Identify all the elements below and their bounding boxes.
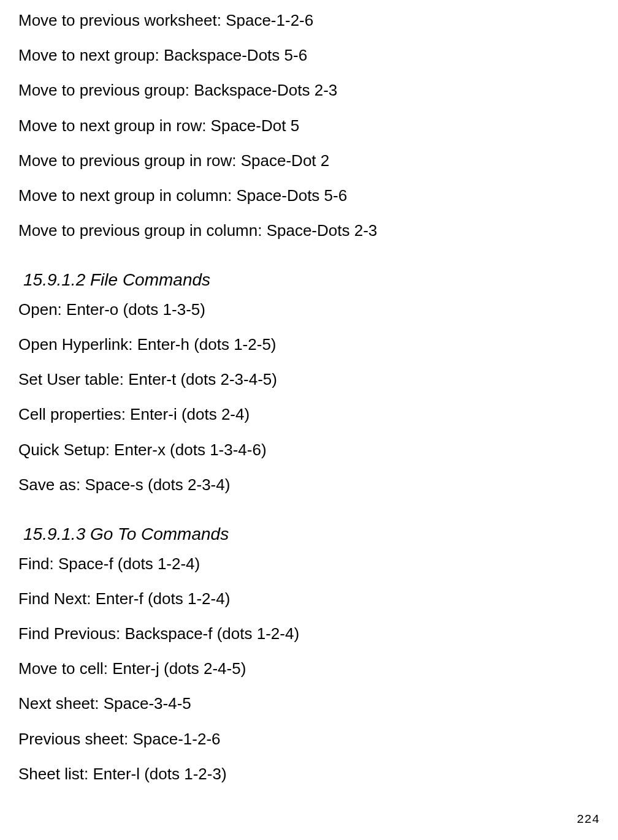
command-line: Find: Space-f (dots 1-2-4) <box>18 554 597 573</box>
command-line: Set User table: Enter-t (dots 2-3-4-5) <box>18 370 597 389</box>
command-line: Sheet list: Enter-l (dots 1-2-3) <box>18 765 597 784</box>
command-line: Move to next group in row: Space-Dot 5 <box>18 116 597 135</box>
command-line: Save as: Space-s (dots 2-3-4) <box>18 475 597 494</box>
command-line: Move to previous group: Backspace-Dots 2… <box>18 81 597 100</box>
command-line: Previous sheet: Space-1-2-6 <box>18 730 597 749</box>
command-line: Move to previous worksheet: Space-1-2-6 <box>18 11 597 30</box>
section-heading-goto-commands: 15.9.1.3 Go To Commands <box>23 524 597 545</box>
section-heading-file-commands: 15.9.1.2 File Commands <box>23 270 597 290</box>
command-line: Move to previous group in column: Space-… <box>18 221 597 240</box>
command-line: Move to cell: Enter-j (dots 2-4-5) <box>18 659 597 678</box>
command-line: Find Previous: Backspace-f (dots 1-2-4) <box>18 624 597 643</box>
command-line: Cell properties: Enter-i (dots 2-4) <box>18 405 597 424</box>
command-line: Move to next group: Backspace-Dots 5-6 <box>18 46 597 65</box>
command-line: Move to next group in column: Space-Dots… <box>18 186 597 205</box>
document-page: Move to previous worksheet: Space-1-2-6 … <box>0 0 618 840</box>
command-line: Move to previous group in row: Space-Dot… <box>18 151 597 170</box>
command-line: Open: Enter-o (dots 1-3-5) <box>18 300 597 319</box>
command-line: Find Next: Enter-f (dots 1-2-4) <box>18 589 597 608</box>
command-line: Next sheet: Space-3-4-5 <box>18 694 597 713</box>
page-number: 224 <box>576 812 600 827</box>
command-line: Quick Setup: Enter-x (dots 1-3-4-6) <box>18 441 597 460</box>
command-line: Open Hyperlink: Enter-h (dots 1-2-5) <box>18 335 597 354</box>
